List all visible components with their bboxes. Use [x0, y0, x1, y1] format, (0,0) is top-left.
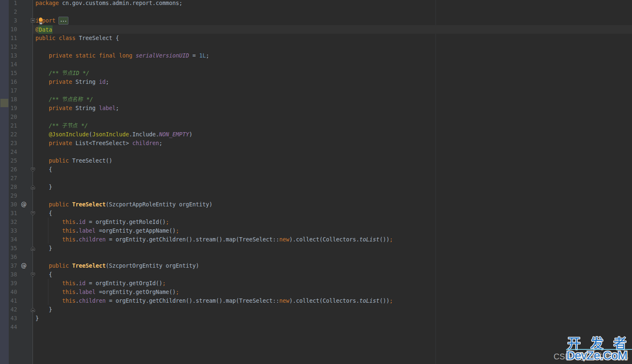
code-text[interactable]: /** */: [35, 121, 88, 130]
code-line-41[interactable]: 41 this.children = orgEntity.getChildren…: [0, 296, 632, 305]
fold-collapse-end-icon[interactable]: [31, 308, 35, 312]
code-line-36[interactable]: 36: [0, 253, 632, 261]
code-token: @JsonInclude: [49, 131, 89, 138]
code-text[interactable]: }: [35, 244, 52, 253]
lombok-annotation-gutter-icon[interactable]: @: [20, 261, 27, 270]
code-line-43[interactable]: 43}: [0, 314, 632, 323]
code-line-19[interactable]: 19 private String label;: [0, 104, 632, 113]
code-text[interactable]: private String label;: [35, 104, 119, 113]
code-token: label: [79, 228, 96, 234]
code-text[interactable]: {: [35, 209, 52, 218]
code-line-14[interactable]: 14: [0, 60, 632, 69]
code-text[interactable]: this.label =orgEntity.getOrgName();: [35, 288, 179, 296]
code-line-40[interactable]: 40 this.label =orgEntity.getOrgName();: [0, 288, 632, 296]
code-text[interactable]: this.children = orgEntity.getChildren().…: [35, 235, 393, 244]
code-text[interactable]: @JsonInclude(JsonInclude.Include.NON_EMP…: [35, 130, 192, 139]
code-token: ;: [176, 289, 179, 295]
code-line-32[interactable]: 32 this.id = orgEntity.getRoleId();: [0, 218, 632, 226]
code-text[interactable]: public class TreeSelect {: [35, 34, 119, 43]
code-token: this: [62, 236, 76, 243]
code-line-28[interactable]: 28 }: [0, 183, 632, 191]
code-text[interactable]: private String id;: [35, 78, 109, 86]
code-line-35[interactable]: 35 }: [0, 244, 632, 253]
code-line-24[interactable]: 24: [0, 148, 632, 156]
code-token: ()): [380, 236, 390, 243]
code-line-13[interactable]: 13 private static final long serialVersi…: [0, 51, 632, 60]
code-line-26[interactable]: 26 {: [0, 165, 632, 174]
code-line-37[interactable]: 37@ public TreeSelect(SzcportOrgEntity o…: [0, 261, 632, 270]
code-text[interactable]: {: [35, 165, 52, 174]
code-line-38[interactable]: 38 {: [0, 270, 632, 279]
code-token: 1L: [199, 53, 206, 59]
code-token: NON_EMPTY: [159, 131, 189, 138]
code-token: }: [35, 245, 52, 251]
code-text[interactable]: this.children = orgEntity.getChildren().…: [35, 296, 393, 305]
code-token: public: [49, 158, 69, 164]
code-token: ()): [380, 298, 390, 304]
code-text[interactable]: }: [35, 314, 39, 323]
code-line-16[interactable]: 16 private String id;: [0, 78, 632, 86]
fold-collapse-end-icon[interactable]: [31, 246, 35, 251]
intention-bulb-icon[interactable]: [39, 18, 43, 25]
code-line-25[interactable]: 25 public TreeSelect(): [0, 156, 632, 165]
code-line-33[interactable]: 33 this.label =orgEntity.getAppName();: [0, 226, 632, 235]
code-text[interactable]: /** */: [35, 95, 93, 104]
code-line-34[interactable]: 34 this.children = orgEntity.getChildren…: [0, 235, 632, 244]
code-text[interactable]: private static final long serialVersionU…: [35, 51, 209, 60]
code-line-27[interactable]: 27: [0, 174, 632, 183]
code-token: = orgEntity.getChildren().stream().map(T…: [106, 236, 279, 243]
code-line-17[interactable]: 17: [0, 86, 632, 95]
code-token: .: [76, 280, 79, 286]
code-token: /** ID */: [49, 70, 89, 76]
code-text[interactable]: /** ID */: [35, 69, 89, 78]
code-text[interactable]: }: [35, 305, 52, 314]
code-line-29[interactable]: 29: [0, 191, 632, 200]
code-text[interactable]: public TreeSelect(SzcportOrgEntity orgEn…: [35, 261, 199, 270]
code-line-3[interactable]: 3import ...: [0, 16, 632, 25]
code-line-23[interactable]: 23 private List<TreeSelect> children;: [0, 139, 632, 148]
lombok-annotation-gutter-icon[interactable]: @: [20, 200, 27, 209]
code-line-22[interactable]: 22 @JsonInclude(JsonInclude.Include.NON_…: [0, 130, 632, 139]
code-line-18[interactable]: 18 /** */: [0, 95, 632, 104]
fold-collapse-start-icon[interactable]: [31, 168, 35, 172]
code-line-2[interactable]: 2: [0, 8, 632, 16]
code-line-44[interactable]: 44: [0, 323, 632, 331]
code-token: children: [132, 140, 159, 146]
code-text[interactable]: {: [35, 270, 52, 279]
code-token: final: [99, 53, 116, 59]
code-text[interactable]: @Data: [35, 25, 52, 34]
code-line-39[interactable]: 39 this.id = orgEntity.getOrgId();: [0, 279, 632, 288]
code-text[interactable]: public TreeSelect(): [35, 156, 112, 165]
code-token: ;: [206, 53, 209, 59]
code-text[interactable]: this.id = orgEntity.getRoleId();: [35, 218, 169, 226]
code-text[interactable]: private List<TreeSelect> children;: [35, 139, 162, 148]
code-text[interactable]: this.label =orgEntity.getAppName();: [35, 226, 179, 235]
code-token: TreeSelect: [72, 201, 106, 208]
code-line-21[interactable]: 21 /** */: [0, 121, 632, 130]
fold-collapse-start-icon[interactable]: [31, 211, 35, 216]
code-text[interactable]: public TreeSelect(SzcportAppRoleEntity o…: [35, 200, 212, 209]
folded-imports-placeholder[interactable]: ...: [58, 17, 68, 25]
fold-expand-icon[interactable]: [31, 18, 35, 23]
code-line-10[interactable]: 10@Data: [0, 25, 632, 34]
code-token: this: [62, 289, 76, 295]
code-token: [35, 123, 49, 129]
code-line-12[interactable]: 12: [0, 43, 632, 51]
code-line-11[interactable]: 11public class TreeSelect {: [0, 34, 632, 43]
fold-collapse-start-icon[interactable]: [31, 273, 35, 277]
code-token: this: [62, 219, 76, 225]
code-line-31[interactable]: 31 {: [0, 209, 632, 218]
code-text[interactable]: package cn.gov.customs.admin.report.comm…: [35, 0, 182, 8]
code-text[interactable]: this.id = orgEntity.getOrgId();: [35, 279, 166, 288]
code-line-30[interactable]: 30@ public TreeSelect(SzcportAppRoleEnti…: [0, 200, 632, 209]
code-token: children: [79, 236, 106, 243]
code-line-15[interactable]: 15 /** ID */: [0, 69, 632, 78]
code-text[interactable]: }: [35, 183, 52, 191]
code-token: this: [62, 298, 76, 304]
code-line-1[interactable]: 1package cn.gov.customs.admin.report.com…: [0, 0, 632, 8]
code-line-20[interactable]: 20: [0, 113, 632, 121]
code-line-42[interactable]: 42 }: [0, 305, 632, 314]
strip-scrollbar-thumb[interactable]: [0, 99, 8, 107]
fold-collapse-end-icon[interactable]: [31, 185, 35, 189]
tool-window-strip: [0, 0, 9, 364]
